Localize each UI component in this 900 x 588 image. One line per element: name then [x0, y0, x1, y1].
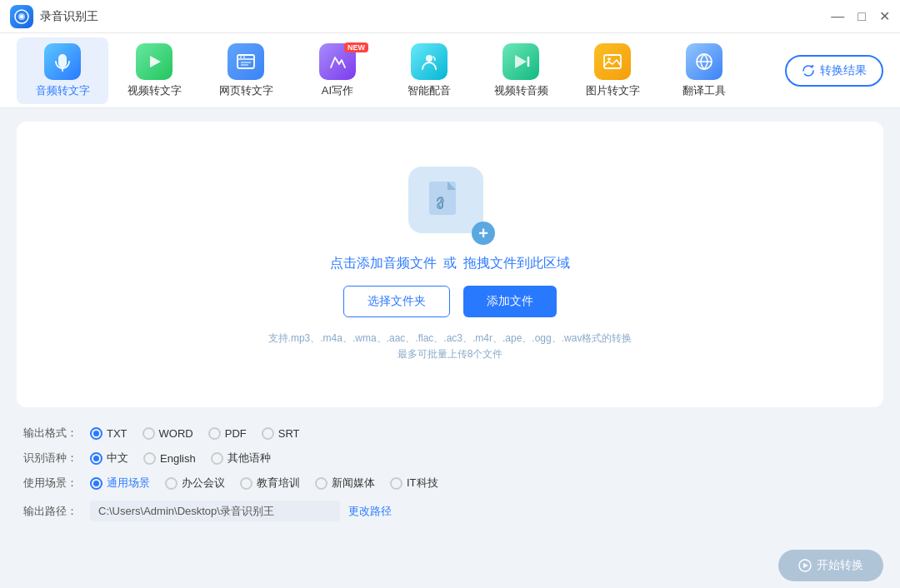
convert-result-label: 转换结果: [820, 63, 867, 78]
lang-other-radio[interactable]: [211, 452, 223, 465]
scene-news[interactable]: 新闻媒体: [315, 476, 375, 491]
tab-ai-write[interactable]: NEW AI写作: [292, 37, 383, 104]
scene-general[interactable]: 通用场景: [90, 476, 150, 491]
maximize-button[interactable]: □: [858, 10, 866, 23]
format-word[interactable]: WORD: [142, 427, 193, 440]
scene-news-label: 新闻媒体: [332, 476, 375, 491]
lang-other[interactable]: 其他语种: [211, 451, 271, 466]
svg-point-2: [20, 15, 23, 18]
add-file-button[interactable]: 添加文件: [463, 286, 557, 317]
drop-zone[interactable]: + 点击添加音频文件 或 拖拽文件到此区域 选择文件夹 添加文件 支持.mp3、…: [17, 122, 883, 407]
scene-row: 使用场景： 通用场景 办公会议 教育培训 新闻媒体: [17, 471, 883, 496]
tab-audio[interactable]: 音频转文字: [17, 37, 108, 104]
start-convert-button[interactable]: 开始转换: [778, 550, 883, 581]
lang-zh-radio[interactable]: [90, 452, 102, 465]
scene-options: 通用场景 办公会议 教育培训 新闻媒体 IT科技: [90, 476, 438, 491]
output-path-input[interactable]: [90, 501, 340, 521]
svg-rect-6: [238, 55, 254, 68]
app-title: 录音识别王: [40, 9, 831, 24]
language-row: 识别语种： 中文 English 其他语种: [17, 446, 883, 471]
tab-voice-synth[interactable]: 智能配音: [383, 37, 475, 104]
nav-bar: 音频转文字 视频转文字 网页转文字 NEW: [0, 33, 900, 108]
tab-translate[interactable]: 翻译工具: [658, 37, 750, 104]
svg-marker-5: [150, 56, 161, 67]
svg-point-20: [437, 204, 441, 208]
scene-tech[interactable]: IT科技: [390, 476, 438, 491]
format-word-label: WORD: [159, 427, 193, 440]
drop-text: 点击添加音频文件 或 拖拽文件到此区域: [330, 255, 571, 272]
change-path-link[interactable]: 更改路径: [348, 504, 392, 519]
refresh-icon: [802, 64, 815, 77]
output-path-row: 输出路径： 更改路径: [17, 496, 883, 526]
translate-tab-label: 翻译工具: [682, 83, 726, 98]
svg-point-16: [608, 57, 611, 61]
drop-icon: +: [408, 167, 492, 242]
tab-img-text[interactable]: 图片转文字: [567, 37, 658, 104]
svg-marker-13: [515, 55, 527, 68]
video-tab-label: 视频转文字: [128, 83, 182, 98]
scene-general-radio[interactable]: [90, 477, 102, 490]
scene-general-label: 通用场景: [107, 476, 150, 491]
svg-point-21: [440, 198, 444, 202]
tab-video-audio[interactable]: 视频转音频: [475, 37, 567, 104]
scene-edu-label: 教育培训: [257, 476, 300, 491]
output-format-options: TXT WORD PDF SRT: [90, 427, 300, 440]
tab-video[interactable]: 视频转文字: [108, 37, 200, 104]
lang-en[interactable]: English: [143, 452, 196, 465]
lang-en-label: English: [160, 452, 196, 465]
format-txt-radio[interactable]: [90, 427, 102, 440]
format-srt-radio[interactable]: [262, 427, 274, 440]
output-format-label: 输出格式：: [23, 426, 82, 441]
app-logo: [10, 5, 33, 28]
bottom-bar: 开始转换: [0, 543, 900, 588]
lang-zh[interactable]: 中文: [90, 451, 128, 466]
window-controls: — □ ✕: [831, 10, 890, 23]
webpage-tab-icon: [228, 43, 264, 80]
scene-tech-label: IT科技: [407, 476, 438, 491]
format-txt-label: TXT: [107, 427, 128, 440]
format-word-radio[interactable]: [142, 427, 155, 440]
settings-panel: 输出格式： TXT WORD PDF SRT: [17, 417, 883, 530]
select-folder-button[interactable]: 选择文件夹: [343, 286, 450, 317]
format-pdf-label: PDF: [225, 427, 247, 440]
drop-formats: 支持.mp3、.m4a、.wma、.aac、.flac、.ac3、.m4r、.a…: [268, 331, 632, 362]
music-file-icon: [424, 180, 468, 220]
format-txt[interactable]: TXT: [90, 427, 128, 440]
lang-en-radio[interactable]: [143, 452, 156, 465]
format-pdf[interactable]: PDF: [208, 427, 247, 440]
convert-result-button[interactable]: 转换结果: [785, 55, 883, 87]
tab-webpage[interactable]: 网页转文字: [200, 37, 292, 104]
scene-meeting[interactable]: 办公会议: [165, 476, 225, 491]
output-format-row: 输出格式： TXT WORD PDF SRT: [17, 421, 883, 446]
lang-zh-label: 中文: [107, 451, 128, 466]
lang-other-label: 其他语种: [228, 451, 271, 466]
scene-label: 使用场景：: [23, 476, 82, 491]
format-pdf-radio[interactable]: [208, 427, 221, 440]
scene-news-radio[interactable]: [315, 477, 328, 490]
drop-plus-icon: +: [472, 222, 495, 245]
img-tab-label: 图片转文字: [586, 83, 640, 98]
scene-tech-radio[interactable]: [390, 477, 402, 490]
video-tab-icon: [136, 43, 172, 80]
start-convert-label: 开始转换: [817, 558, 863, 573]
scene-edu[interactable]: 教育培训: [240, 476, 300, 491]
minimize-button[interactable]: —: [831, 10, 844, 23]
svg-point-8: [240, 56, 242, 57]
translate-tab-icon: [686, 43, 722, 80]
format-srt[interactable]: SRT: [262, 427, 300, 440]
ai-tab-label: AI写作: [322, 83, 353, 98]
main-content: + 点击添加音频文件 或 拖拽文件到此区域 选择文件夹 添加文件 支持.mp3、…: [0, 108, 900, 543]
video-audio-tab-icon: [502, 43, 539, 80]
svg-point-12: [426, 55, 432, 62]
scene-edu-radio[interactable]: [240, 477, 252, 490]
scene-meeting-label: 办公会议: [182, 476, 225, 491]
audio-tab-icon: [44, 43, 81, 80]
webpage-tab-label: 网页转文字: [219, 83, 273, 98]
drop-icon-bg: [408, 167, 483, 233]
audio-tab-label: 音频转文字: [36, 83, 90, 98]
voice-tab-label: 智能配音: [408, 83, 451, 98]
svg-point-9: [243, 56, 245, 57]
close-button[interactable]: ✕: [879, 10, 890, 23]
voice-tab-icon: [411, 43, 448, 80]
scene-meeting-radio[interactable]: [165, 477, 178, 490]
